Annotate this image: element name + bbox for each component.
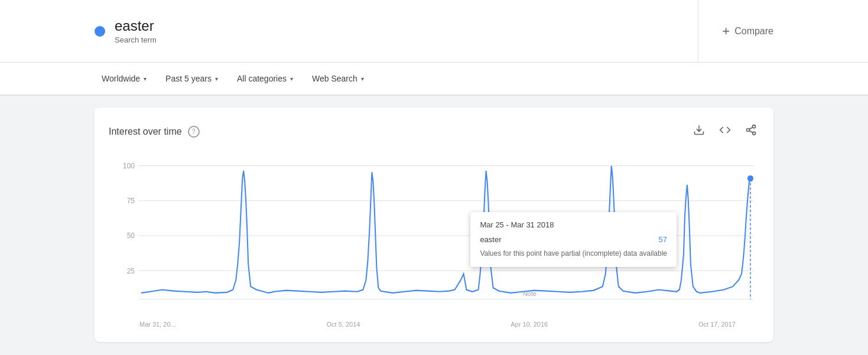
filter-past5years[interactable]: Past 5 years ▾ — [158, 69, 225, 88]
tooltip-box: Mar 25 - Mar 31 2018 easter 57 Values fo… — [470, 212, 677, 267]
filter-allcategories[interactable]: All categories ▾ — [230, 69, 300, 88]
tooltip-term: easter — [480, 235, 501, 244]
search-bar: easter Search term + Compare — [0, 0, 868, 63]
svg-text:100: 100 — [123, 161, 135, 170]
svg-text:Note: Note — [523, 290, 537, 297]
chart-title: Interest over time — [109, 126, 182, 137]
search-term-section: easter Search term — [95, 0, 698, 62]
main-content: Interest over time ? — [0, 96, 868, 354]
chevron-down-icon: ▾ — [144, 76, 147, 82]
x-label-0: Mar 31, 20... — [139, 321, 176, 328]
compare-section[interactable]: + Compare — [698, 24, 773, 39]
data-point-dot — [747, 175, 753, 182]
tooltip-row: easter 57 — [480, 235, 667, 244]
svg-text:75: 75 — [127, 197, 135, 206]
share-button[interactable] — [743, 122, 759, 141]
chart-card: Interest over time ? — [95, 108, 773, 342]
svg-point-1 — [753, 125, 756, 128]
svg-line-5 — [749, 127, 753, 129]
filter-past5years-label: Past 5 years — [165, 74, 212, 83]
x-axis-labels: Mar 31, 20... Oct 5, 2014 Apr 10, 2016 O… — [109, 318, 759, 328]
chart-container: 100 75 50 25 — [109, 153, 759, 318]
svg-text:25: 25 — [127, 266, 135, 275]
embed-button[interactable] — [717, 122, 733, 141]
svg-point-2 — [747, 129, 750, 132]
term-type-label: Search term — [115, 35, 157, 44]
chart-actions — [691, 122, 759, 141]
compare-label: Compare — [734, 26, 773, 37]
term-info: easter Search term — [115, 18, 157, 44]
filter-bar: Worldwide ▾ Past 5 years ▾ All categorie… — [0, 63, 868, 96]
filter-websearch[interactable]: Web Search ▾ — [305, 69, 371, 88]
download-button[interactable] — [691, 122, 707, 141]
filter-websearch-label: Web Search — [312, 74, 357, 83]
filter-worldwide[interactable]: Worldwide ▾ — [95, 69, 154, 88]
filter-allcategories-label: All categories — [237, 74, 287, 83]
x-label-2: Apr 10, 2016 — [511, 321, 548, 328]
tooltip-date: Mar 25 - Mar 31 2018 — [480, 220, 667, 229]
chart-header: Interest over time ? — [109, 122, 759, 141]
search-term: easter — [115, 18, 157, 34]
x-label-1: Oct 5, 2014 — [327, 321, 360, 328]
help-icon[interactable]: ? — [188, 126, 200, 138]
chevron-down-icon: ▾ — [361, 76, 364, 82]
svg-text:50: 50 — [127, 232, 135, 240]
compare-plus-icon: + — [722, 24, 730, 39]
svg-line-4 — [749, 131, 753, 132]
chevron-down-icon: ▾ — [290, 76, 293, 82]
svg-point-3 — [753, 132, 756, 135]
x-label-3: Oct 17, 2017 — [698, 321, 736, 328]
chevron-down-icon: ▾ — [215, 76, 218, 82]
tooltip-note: Values for this point have partial (inco… — [480, 249, 667, 259]
term-color-dot — [95, 26, 105, 37]
chart-title-row: Interest over time ? — [109, 126, 200, 138]
tooltip-value: 57 — [659, 235, 667, 244]
filter-worldwide-label: Worldwide — [102, 74, 140, 83]
